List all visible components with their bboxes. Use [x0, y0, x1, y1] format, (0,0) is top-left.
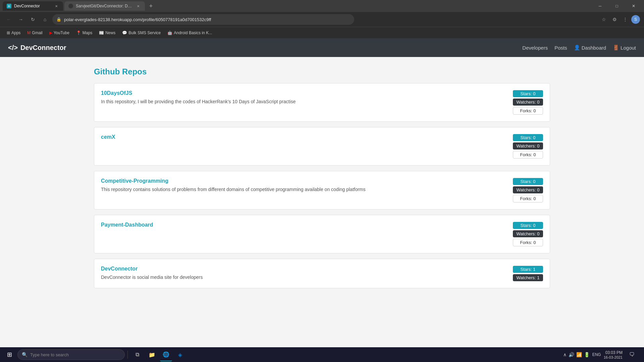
network-icon[interactable]: 📶 [576, 352, 582, 357]
date-display: 16-03-2021 [604, 355, 623, 359]
url-text: polar-everglades-82138.herokuapp.com/pro… [64, 17, 350, 22]
repo-card-0: 10DaysOfJS In this repository, I will be… [94, 83, 550, 122]
gmail-icon: M [27, 31, 31, 35]
profile-avatar[interactable]: S [631, 15, 640, 24]
youtube-icon: ▶ [49, 31, 52, 35]
url-bar[interactable]: 🔒 polar-everglades-82138.herokuapp.com/p… [52, 14, 354, 25]
start-button[interactable]: ⊞ [3, 348, 16, 361]
nav-logout[interactable]: 🚪 Logout [613, 45, 636, 51]
volume-icon[interactable]: 🔊 [569, 352, 574, 357]
app-brand[interactable]: </> DevConnector [8, 44, 66, 52]
home-button[interactable]: ⌂ [40, 15, 50, 24]
search-icon: 🔍 [22, 352, 28, 357]
file-explorer-button[interactable]: 📁 [145, 348, 159, 361]
repo-stats-3: Stars: 0 Watchers: 0 Forks: 0 [513, 222, 543, 246]
repo-card-1: cemX Stars: 0 Watchers: 0 Forks: 0 [94, 127, 550, 166]
repo-card-2: Competitive-Programming This repository … [94, 171, 550, 209]
bookmark-gmail[interactable]: M Gmail [24, 29, 45, 37]
repo-name-3[interactable]: Payment-Dashboard [101, 222, 506, 228]
repo-name-1[interactable]: cemX [101, 134, 506, 140]
forks-badge-2: Forks: 0 [513, 195, 543, 202]
notification-button[interactable]: 🗨 [625, 348, 639, 361]
watchers-badge-2: Watchers: 0 [513, 186, 543, 193]
taskview-button[interactable]: ⧉ [130, 348, 144, 361]
refresh-button[interactable]: ↻ [28, 15, 38, 24]
repo-stats-2: Stars: 0 Watchers: 0 Forks: 0 [513, 178, 543, 202]
new-tab-button[interactable]: + [146, 1, 156, 11]
bookmark-maps-label: Maps [83, 31, 92, 35]
minimize-button[interactable]: ─ [592, 0, 608, 12]
watchers-badge-3: Watchers: 0 [513, 230, 543, 237]
forks-badge-1: Forks: 0 [513, 151, 543, 159]
search-placeholder: Type here to search [30, 352, 69, 357]
bookmark-android[interactable]: 🤖 Android Basics in K... [165, 29, 215, 37]
repo-info-1: cemX [101, 134, 506, 143]
bookmark-maps[interactable]: 📍 Maps [73, 29, 95, 37]
repo-name-2[interactable]: Competitive-Programming [101, 178, 506, 184]
maps-icon: 📍 [76, 31, 81, 35]
tab-favicon-github [68, 4, 73, 8]
stars-badge-1: Stars: 0 [513, 134, 543, 141]
nav-posts[interactable]: Posts [554, 45, 567, 51]
tab-close-1[interactable]: ✕ [54, 3, 59, 9]
repo-card-3: Payment-Dashboard Stars: 0 Watchers: 0 F… [94, 215, 550, 253]
back-button[interactable]: ← [4, 15, 13, 24]
repo-info-4: DevConnector DevConnector is social medi… [101, 266, 506, 280]
bookmark-youtube[interactable]: ▶ YouTube [47, 29, 72, 37]
menu-icon[interactable]: ⋮ [621, 15, 630, 24]
tab-title-1: DevConnector [14, 4, 51, 8]
chevron-icon[interactable]: ∧ [563, 352, 567, 357]
bookmark-sms[interactable]: 💬 Bulk SMS Service [119, 29, 163, 37]
bookmark-android-label: Android Basics in K... [174, 31, 212, 35]
taskview-icon: ⧉ [136, 352, 139, 358]
forward-button[interactable]: → [16, 15, 25, 24]
sms-icon: 💬 [122, 31, 127, 35]
chrome-taskbar-button[interactable]: 🌐 [160, 348, 172, 361]
repo-stats-4: Stars: 1 Watchers: 1 [513, 266, 543, 281]
main-content: Github Repos 10DaysOfJS In this reposito… [0, 57, 644, 347]
watchers-badge-4: Watchers: 1 [513, 274, 543, 281]
watchers-badge-1: Watchers: 0 [513, 142, 543, 149]
windows-icon: ⊞ [7, 351, 12, 358]
bookmark-sms-label: Bulk SMS Service [128, 31, 161, 35]
taskbar-right: ∧ 🔊 📶 🔋 ENG 03:03 PM 16-03-2021 🗨 [563, 348, 641, 361]
vscode-icon: ◈ [178, 352, 182, 358]
notification-icon: 🗨 [629, 352, 635, 358]
clock-display[interactable]: 03:03 PM 16-03-2021 [604, 350, 623, 360]
watchers-badge-0: Watchers: 0 [513, 99, 543, 106]
android-icon: 🤖 [167, 31, 172, 35]
nav-developers-label: Developers [522, 45, 548, 51]
user-icon: 👤 [574, 45, 580, 51]
bookmark-star-icon[interactable]: ☆ [599, 15, 608, 24]
logout-icon: 🚪 [613, 45, 619, 51]
maximize-button[interactable]: □ [609, 0, 625, 12]
tab-close-2[interactable]: ✕ [136, 3, 141, 9]
repo-name-0[interactable]: 10DaysOfJS [101, 90, 506, 96]
bookmark-apps-label: Apps [11, 31, 20, 35]
repo-description-0: In this repository, I will be providing … [101, 99, 506, 104]
tab-bar: D DevConnector ✕ SarvjeetGit/DevConnecto… [0, 0, 644, 12]
bookmark-apps[interactable]: ⊞ Apps [4, 29, 23, 37]
repo-name-4[interactable]: DevConnector [101, 266, 506, 272]
vscode-taskbar-button[interactable]: ◈ [173, 348, 187, 361]
app-nav-links: Developers Posts 👤 Dashboard 🚪 Logout [522, 45, 636, 51]
taskbar-search[interactable]: 🔍 Type here to search [17, 349, 125, 360]
repo-stats-0: Stars: 0 Watchers: 0 Forks: 0 [513, 90, 543, 115]
repo-description-4: DevConnector is social media site for de… [101, 275, 506, 280]
folder-icon: 📁 [149, 352, 155, 358]
tab-devconnector[interactable]: D DevConnector ✕ [3, 1, 63, 11]
browser-frame: D DevConnector ✕ SarvjeetGit/DevConnecto… [0, 0, 644, 38]
address-bar: ← → ↻ ⌂ 🔒 polar-everglades-82138.herokua… [0, 12, 644, 27]
close-button[interactable]: ✕ [626, 0, 641, 12]
forks-badge-0: Forks: 0 [513, 107, 543, 115]
extensions-icon[interactable]: ⚙ [610, 15, 619, 24]
tab-github[interactable]: SarvjeetGit/DevConnector: DevC... ✕ [64, 1, 145, 11]
nav-dashboard[interactable]: 👤 Dashboard [574, 45, 606, 51]
nav-developers[interactable]: Developers [522, 45, 548, 51]
battery-icon[interactable]: 🔋 [584, 352, 590, 357]
section-title: Github Repos [94, 67, 550, 76]
brand-icon: </> [8, 44, 18, 52]
bookmark-youtube-label: YouTube [54, 31, 69, 35]
time-display: 03:03 PM [604, 350, 623, 356]
bookmark-news[interactable]: 📰 News [96, 29, 118, 37]
